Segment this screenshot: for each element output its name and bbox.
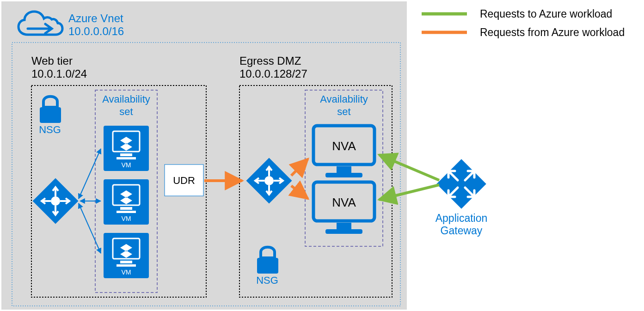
web-tier-cidr: 10.0.1.0/24 [31,67,87,80]
nsg-label-web: NSG [39,124,61,135]
vm-2: VM [104,179,149,225]
legend-from-label: Requests from Azure workload [480,26,625,38]
vnet-title: Azure Vnet [68,12,123,24]
vnet-cidr: 10.0.0.0/16 [68,25,124,37]
svg-rect-26 [325,229,362,234]
svg-text:NVA: NVA [332,195,356,209]
vm-1: VM [104,126,149,171]
svg-rect-21 [337,166,351,173]
vnet-background [1,1,407,310]
vm-3: VM [104,233,149,278]
svg-text:VM: VM [122,161,131,169]
legend-to-label: Requests to Azure workload [480,8,612,20]
svg-rect-5 [120,153,132,156]
svg-rect-11 [117,211,136,213]
web-tier-title: Web tier [31,55,73,67]
svg-point-2 [51,196,60,206]
application-gateway-icon [436,159,486,208]
udr-label: UDR [173,175,195,186]
availability-label-web-2: set [119,106,133,117]
availability-label-dmz-1: Availability [320,93,368,105]
svg-point-19 [264,176,274,185]
gateway-title-2: Gateway [441,225,483,237]
svg-rect-29 [436,159,486,208]
svg-rect-25 [337,223,351,229]
egress-dmz-cidr: 10.0.0.128/27 [239,67,307,80]
svg-rect-0 [40,107,61,123]
svg-text:VM: VM [122,215,131,222]
svg-rect-28 [257,258,278,274]
svg-rect-22 [325,173,362,177]
svg-text:NVA: NVA [332,139,356,153]
availability-label-web-1: Availability [102,93,150,105]
egress-dmz-title: Egress DMZ [239,55,301,67]
svg-rect-16 [117,264,136,267]
gateway-title-1: Application [435,212,488,224]
svg-rect-6 [117,157,136,159]
svg-text:VM: VM [122,268,131,276]
availability-label-dmz-2: set [337,106,350,117]
nsg-label-dmz: NSG [256,274,278,286]
svg-rect-10 [120,207,132,210]
svg-rect-15 [120,261,132,263]
